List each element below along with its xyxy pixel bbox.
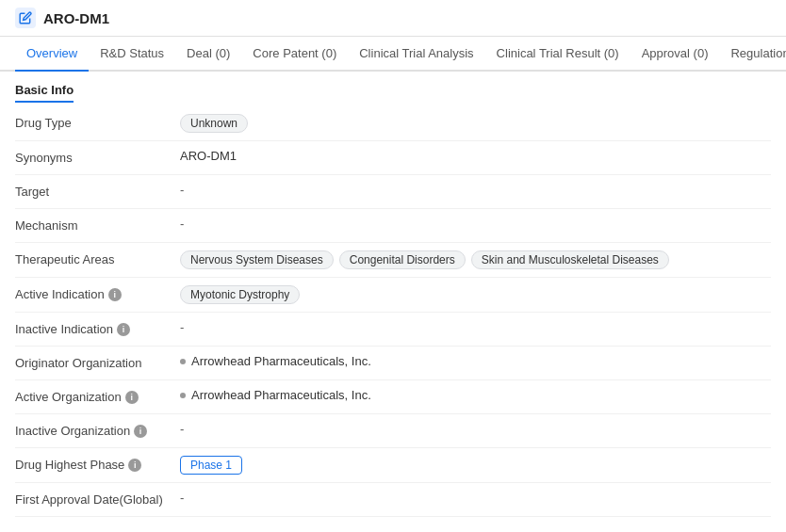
tab-bar: Overview R&D Status Deal (0) Core Patent… bbox=[0, 37, 786, 72]
tab-rd-status[interactable]: R&D Status bbox=[89, 37, 175, 72]
tab-overview[interactable]: Overview bbox=[15, 37, 89, 72]
label-originator-org: Originator Organization bbox=[15, 354, 180, 370]
field-inactive-org: Inactive Organization i - bbox=[15, 414, 771, 448]
label-drug-highest-phase: Drug Highest Phase i bbox=[15, 456, 180, 472]
edit-icon bbox=[15, 8, 36, 28]
field-inactive-indication: Inactive Indication i - bbox=[15, 313, 771, 347]
label-inactive-indication: Inactive Indication i bbox=[15, 320, 180, 336]
therapeutic-area-badge-2: Congenital Disorders bbox=[339, 250, 466, 269]
inactive-org-info-icon[interactable]: i bbox=[134, 425, 147, 438]
page-title: ARO-DM1 bbox=[43, 10, 109, 26]
field-target: Target - bbox=[15, 175, 771, 209]
tab-clinical-trial-result[interactable]: Clinical Trial Result (0) bbox=[485, 37, 630, 72]
therapeutic-area-badge-3: Skin and Musculoskeletal Diseases bbox=[471, 250, 669, 269]
label-drug-type: Drug Type bbox=[15, 114, 180, 130]
therapeutic-area-badge-1: Nervous System Diseases bbox=[180, 250, 334, 269]
drug-highest-phase-badge: Phase 1 bbox=[180, 456, 242, 475]
value-mechanism: - bbox=[180, 217, 771, 231]
originator-org-name: Arrowhead Pharmaceuticals, Inc. bbox=[191, 354, 371, 368]
value-inactive-org: - bbox=[180, 422, 771, 436]
value-drug-highest-phase: Phase 1 bbox=[180, 456, 771, 475]
value-inactive-indication: - bbox=[180, 320, 771, 334]
section-basic-info: Basic Info bbox=[15, 83, 74, 103]
page-header: ARO-DM1 bbox=[0, 0, 786, 37]
tab-approval[interactable]: Approval (0) bbox=[630, 37, 720, 72]
value-drug-type: Unknown bbox=[180, 114, 771, 133]
label-first-approval-date: First Approval Date(Global) bbox=[15, 491, 180, 507]
active-org-dot bbox=[180, 393, 186, 398]
label-mechanism: Mechanism bbox=[15, 217, 180, 233]
tab-core-patent[interactable]: Core Patent (0) bbox=[241, 37, 348, 72]
field-originator-org: Originator Organization Arrowhead Pharma… bbox=[15, 347, 771, 380]
label-active-indication: Active Indication i bbox=[15, 285, 180, 301]
field-active-indication: Active Indication i Myotonic Dystrophy bbox=[15, 278, 771, 313]
active-indication-info-icon[interactable]: i bbox=[108, 288, 122, 301]
field-first-approval-date: First Approval Date(Global) - bbox=[15, 483, 771, 517]
field-drug-highest-phase: Drug Highest Phase i Phase 1 bbox=[15, 448, 771, 483]
label-target: Target bbox=[15, 183, 180, 199]
value-active-org: Arrowhead Pharmaceuticals, Inc. bbox=[180, 388, 771, 402]
active-org-info-icon[interactable]: i bbox=[125, 391, 139, 404]
field-mechanism: Mechanism - bbox=[15, 209, 771, 243]
tab-regulation[interactable]: Regulation (0) bbox=[719, 37, 786, 72]
label-synonyms: Synonyms bbox=[15, 149, 180, 165]
field-drug-type: Drug Type Unknown bbox=[15, 106, 771, 141]
active-org-row: Arrowhead Pharmaceuticals, Inc. bbox=[180, 388, 371, 402]
label-active-org: Active Organization i bbox=[15, 388, 180, 404]
value-active-indication: Myotonic Dystrophy bbox=[180, 285, 771, 304]
main-content: Basic Info Drug Type Unknown Synonyms AR… bbox=[0, 72, 786, 528]
originator-org-dot bbox=[180, 359, 186, 364]
originator-org-row: Arrowhead Pharmaceuticals, Inc. bbox=[180, 354, 371, 368]
tab-deal[interactable]: Deal (0) bbox=[175, 37, 241, 72]
active-indication-badge: Myotonic Dystrophy bbox=[180, 285, 300, 304]
inactive-indication-info-icon[interactable]: i bbox=[117, 323, 130, 336]
value-originator-org: Arrowhead Pharmaceuticals, Inc. bbox=[180, 354, 771, 368]
value-first-approval-date: - bbox=[180, 491, 771, 505]
value-synonyms: ARO-DM1 bbox=[180, 149, 771, 163]
label-inactive-org: Inactive Organization i bbox=[15, 422, 180, 438]
value-target: - bbox=[180, 183, 771, 197]
active-org-name: Arrowhead Pharmaceuticals, Inc. bbox=[191, 388, 371, 402]
field-synonyms: Synonyms ARO-DM1 bbox=[15, 141, 771, 175]
label-therapeutic-areas: Therapeutic Areas bbox=[15, 250, 180, 266]
value-therapeutic-areas: Nervous System Diseases Congenital Disor… bbox=[180, 250, 771, 269]
drug-highest-phase-info-icon[interactable]: i bbox=[128, 459, 141, 472]
field-therapeutic-areas: Therapeutic Areas Nervous System Disease… bbox=[15, 243, 771, 278]
tab-clinical-trial-analysis[interactable]: Clinical Trial Analysis bbox=[348, 37, 484, 72]
field-active-org: Active Organization i Arrowhead Pharmace… bbox=[15, 380, 771, 414]
drug-type-badge: Unknown bbox=[180, 114, 248, 133]
